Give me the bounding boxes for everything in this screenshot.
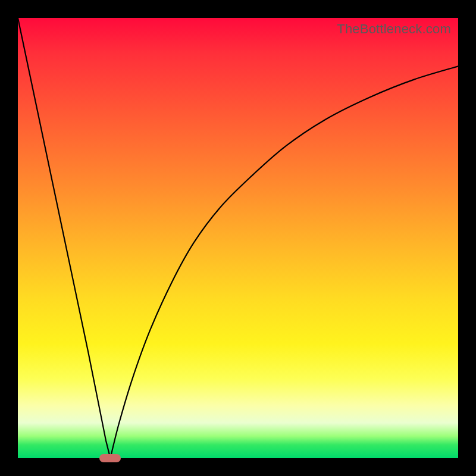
bottleneck-marker (99, 454, 121, 462)
chart-frame: TheBottleneck.com (0, 0, 476, 476)
curve-left-branch (18, 18, 110, 458)
plot-area: TheBottleneck.com (18, 18, 458, 458)
curve-right-branch (110, 66, 458, 458)
curve-layer (18, 18, 458, 458)
